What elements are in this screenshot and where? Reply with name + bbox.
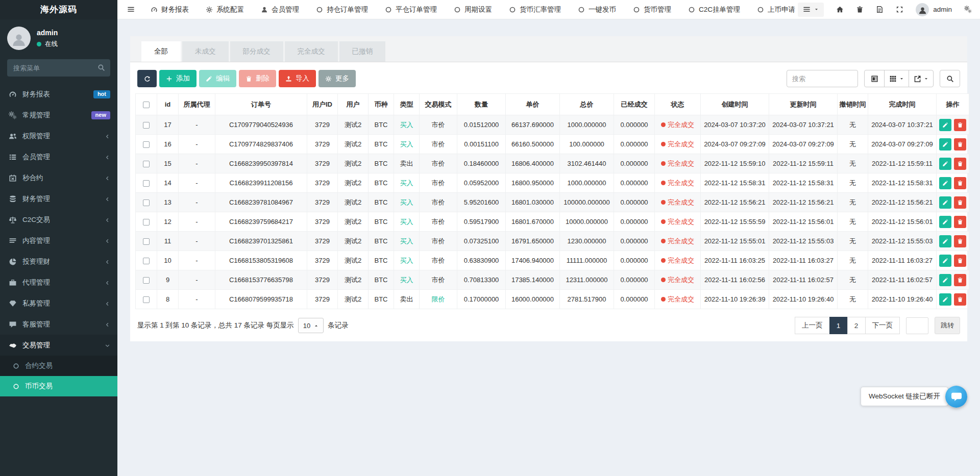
column-header[interactable]: 操作 (937, 94, 969, 115)
nav-item-8[interactable]: 货币管理 (633, 5, 671, 14)
row-edit-button[interactable] (939, 158, 951, 170)
row-edit-button[interactable] (939, 216, 951, 228)
column-header[interactable]: 状态 (655, 94, 701, 115)
column-header[interactable]: 交易模式 (420, 94, 457, 115)
row-checkbox[interactable] (143, 199, 150, 206)
nav-item-4[interactable]: 平仓订单管理 (385, 5, 437, 14)
row-edit-button[interactable] (939, 177, 951, 189)
row-checkbox[interactable] (143, 258, 150, 264)
sidebar-item-10[interactable]: 私募管理 (0, 293, 117, 314)
sidebar-item-8[interactable]: 投资理财 (0, 251, 117, 272)
refresh-button[interactable] (137, 70, 157, 87)
row-edit-button[interactable] (939, 293, 951, 306)
row-edit-button[interactable] (939, 255, 951, 267)
nav-item-3[interactable]: 持仓订单管理 (316, 5, 368, 14)
sidebar-item-1[interactable]: 常规管理new (0, 105, 117, 126)
column-header[interactable]: id (157, 94, 179, 115)
row-checkbox[interactable] (143, 141, 150, 148)
table-search-input[interactable] (787, 70, 858, 87)
row-delete-button[interactable] (954, 235, 966, 247)
row-checkbox[interactable] (143, 238, 150, 245)
more-button[interactable]: 更多 (318, 70, 356, 87)
row-delete-button[interactable] (954, 255, 966, 267)
sidebar-item-2[interactable]: 权限管理 (0, 126, 117, 146)
fullscreen-icon[interactable] (896, 6, 903, 13)
row-delete-button[interactable] (954, 119, 966, 131)
column-header[interactable]: 用户 (338, 94, 369, 115)
row-checkbox[interactable] (143, 122, 150, 129)
jump-button[interactable]: 跳转 (935, 317, 960, 334)
sidebar-item-5[interactable]: 财务管理 (0, 188, 117, 209)
nav-item-7[interactable]: 一键发币 (578, 5, 616, 14)
jump-page-input[interactable] (906, 317, 928, 334)
page-button-2[interactable]: 2 (847, 317, 866, 334)
row-delete-button[interactable] (954, 138, 966, 151)
column-header[interactable]: 用户ID (307, 94, 338, 115)
sidebar-item-0[interactable]: 财务报表hot (0, 84, 117, 105)
settings-icon[interactable] (964, 6, 972, 13)
column-header[interactable]: 数量 (457, 94, 506, 115)
column-header[interactable]: 所属代理 (179, 94, 215, 115)
row-edit-button[interactable] (939, 196, 951, 209)
home-icon[interactable] (836, 6, 844, 13)
column-header[interactable]: 撤销时间 (838, 94, 868, 115)
sidebar-item-12[interactable]: 交易管理 (0, 335, 117, 356)
layout-menu-button[interactable] (798, 3, 824, 17)
trash-icon[interactable] (856, 6, 864, 13)
sidebar-subitem[interactable]: 币币交易 (0, 376, 117, 396)
row-checkbox[interactable] (143, 277, 150, 284)
column-header[interactable]: 总价 (560, 94, 614, 115)
sidebar-item-11[interactable]: 客服管理 (0, 314, 117, 335)
column-header[interactable]: 单价 (506, 94, 560, 115)
detail-view-button[interactable] (864, 70, 885, 87)
import-button[interactable]: 导入 (279, 70, 316, 87)
edit-button[interactable]: 编辑 (199, 70, 236, 87)
tab-完全成交[interactable]: 完全成交 (285, 41, 338, 62)
column-header[interactable]: 订单号 (215, 94, 307, 115)
chat-widget-button[interactable] (945, 386, 967, 408)
sidebar-subitem[interactable]: 合约交易 (0, 356, 117, 376)
row-delete-button[interactable] (954, 216, 966, 228)
sidebar-toggle-button[interactable] (117, 0, 144, 19)
row-edit-button[interactable] (939, 119, 951, 131)
nav-item-10[interactable]: 上币申请 (757, 5, 795, 14)
delete-button[interactable]: 删除 (239, 70, 276, 87)
row-delete-button[interactable] (954, 177, 966, 189)
navbar-user[interactable]: admin (916, 3, 952, 16)
nav-item-6[interactable]: 货币汇率管理 (509, 5, 561, 14)
row-checkbox[interactable] (143, 180, 150, 187)
tab-部分成交[interactable]: 部分成交 (230, 41, 283, 62)
row-checkbox[interactable] (143, 296, 150, 303)
sidebar-search-input[interactable] (7, 59, 110, 77)
columns-button[interactable] (884, 70, 909, 87)
row-edit-button[interactable] (939, 138, 951, 151)
select-all-checkbox[interactable] (143, 102, 150, 108)
column-header[interactable]: 完成时间 (868, 94, 937, 115)
prev-page-button[interactable]: 上一页 (795, 317, 830, 334)
row-checkbox[interactable] (143, 161, 150, 167)
page-size-select[interactable]: 10 (298, 318, 324, 333)
nav-item-2[interactable]: 会员管理 (261, 5, 299, 14)
row-delete-button[interactable] (954, 293, 966, 306)
nav-item-5[interactable]: 周期设置 (454, 5, 492, 14)
sidebar-item-9[interactable]: 代理管理 (0, 272, 117, 293)
tab-全部[interactable]: 全部 (141, 41, 181, 62)
row-delete-button[interactable] (954, 158, 966, 170)
sidebar-item-6[interactable]: C2C交易 (0, 209, 117, 230)
nav-item-0[interactable]: 财务报表 (151, 5, 189, 14)
column-header[interactable]: 币种 (369, 94, 394, 115)
row-delete-button[interactable] (954, 274, 966, 286)
column-header[interactable]: 已经成交 (614, 94, 655, 115)
add-button[interactable]: 添加 (159, 70, 197, 87)
column-header[interactable]: 类型 (394, 94, 420, 115)
row-edit-button[interactable] (939, 274, 951, 286)
search-button[interactable] (940, 70, 960, 87)
column-header[interactable]: 更新时间 (769, 94, 838, 115)
nav-item-1[interactable]: 系统配置 (206, 5, 244, 14)
nav-item-9[interactable]: C2C挂单管理 (688, 5, 740, 14)
row-checkbox[interactable] (143, 219, 150, 226)
tab-未成交[interactable]: 未成交 (182, 41, 229, 62)
row-edit-button[interactable] (939, 235, 951, 247)
row-delete-button[interactable] (954, 196, 966, 209)
column-header[interactable]: 创建时间 (701, 94, 769, 115)
